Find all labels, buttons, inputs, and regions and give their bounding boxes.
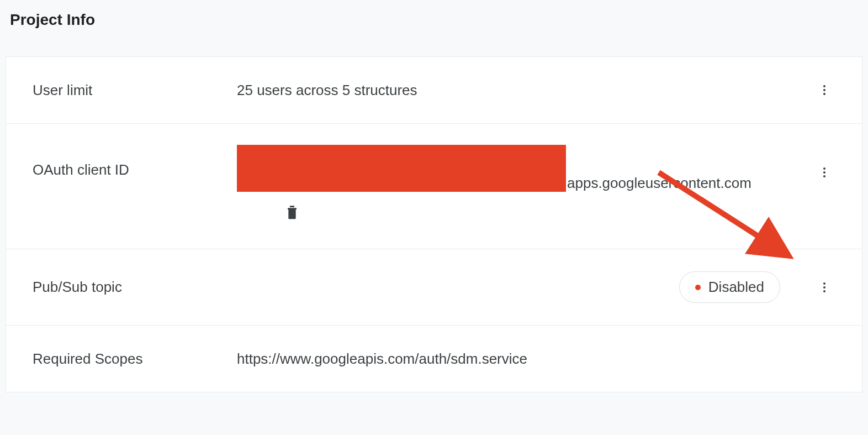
user-limit-more-button[interactable] <box>813 79 835 101</box>
trash-icon <box>283 202 301 222</box>
oauth-delete-button[interactable] <box>279 197 305 228</box>
project-info-card: User limit 25 users across 5 structures … <box>6 56 862 392</box>
status-dot-icon <box>695 285 701 290</box>
svg-point-3 <box>823 167 825 170</box>
svg-point-4 <box>823 171 825 174</box>
row-user-limit: User limit 25 users across 5 structures <box>6 57 862 124</box>
pubsub-status-chip: Disabled <box>679 271 780 303</box>
oauth-redacted-block <box>237 145 566 192</box>
oauth-suffix: apps.googleusercontent.com <box>567 175 751 192</box>
pubsub-value: Disabled <box>237 271 802 303</box>
more-vert-icon <box>818 83 831 97</box>
scopes-label: Required Scopes <box>33 350 237 368</box>
pubsub-status-text: Disabled <box>708 279 764 296</box>
oauth-label: OAuth client ID <box>33 145 237 179</box>
user-limit-value: 25 users across 5 structures <box>237 82 802 99</box>
row-oauth-client-id: OAuth client ID apps.googleusercontent.c… <box>6 124 862 249</box>
svg-point-5 <box>823 175 825 177</box>
page-title: Project Info <box>10 11 862 29</box>
svg-point-8 <box>823 282 825 285</box>
scopes-value: https://www.googleapis.com/auth/sdm.serv… <box>237 350 835 368</box>
oauth-more-button[interactable] <box>813 161 835 184</box>
row-pubsub-topic: Pub/Sub topic Disabled <box>6 249 862 326</box>
row-required-scopes: Required Scopes https://www.googleapis.c… <box>6 326 862 392</box>
svg-point-2 <box>823 93 825 95</box>
pubsub-label: Pub/Sub topic <box>33 279 237 296</box>
more-vert-icon <box>818 166 831 179</box>
pubsub-more-button[interactable] <box>813 276 835 298</box>
more-vert-icon <box>818 281 831 294</box>
user-limit-label: User limit <box>33 82 237 99</box>
svg-point-10 <box>823 290 825 292</box>
svg-point-9 <box>823 286 825 289</box>
svg-point-0 <box>823 85 825 87</box>
svg-point-1 <box>823 89 825 91</box>
